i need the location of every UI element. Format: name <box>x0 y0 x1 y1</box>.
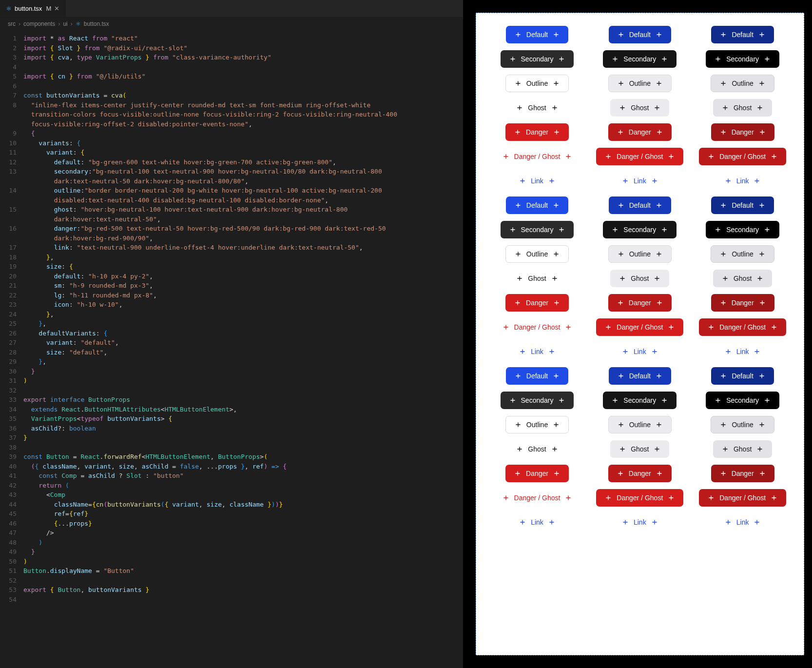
code-line[interactable]: dark:hover:bg-red-900/90", <box>0 234 463 243</box>
preview-button-ghost[interactable]: Ghost <box>507 99 566 117</box>
code-line[interactable]: 30 } <box>0 367 463 376</box>
code-line[interactable]: 48 ) <box>0 538 463 548</box>
code-line[interactable]: 2import { Slot } from "@radix-ui/react-s… <box>0 43 463 53</box>
breadcrumb-seg[interactable]: button.tsx <box>84 20 109 27</box>
code-line[interactable]: 18 }, <box>0 253 463 262</box>
code-line[interactable]: 45 ref={ref} <box>0 509 463 519</box>
preview-button-outline[interactable]: Outline <box>711 416 774 433</box>
preview-button-danger[interactable]: Danger <box>711 294 774 312</box>
preview-button-dangerghost[interactable]: Danger / Ghost <box>699 318 786 336</box>
code-line[interactable]: 7const buttonVariants = cva( <box>0 91 463 100</box>
code-line[interactable]: 27 variant: "default", <box>0 338 463 348</box>
code-line[interactable]: 43 <Comp <box>0 490 463 500</box>
code-line[interactable]: 9 { <box>0 129 463 138</box>
code-line[interactable]: 42 return ( <box>0 481 463 491</box>
code-line[interactable]: 23 icon: "h-10 w-10", <box>0 300 463 310</box>
code-line[interactable]: 26 defaultVariants: { <box>0 329 463 338</box>
code-line[interactable]: 13 secondary:"bg-neutral-100 text-neutra… <box>0 167 463 177</box>
code-line[interactable]: 46 {...props} <box>0 519 463 529</box>
code-line[interactable]: 10 variants: { <box>0 138 463 148</box>
code-line[interactable]: 20 default: "h-10 px-4 py-2", <box>0 272 463 281</box>
code-line[interactable]: 34 extends React.ButtonHTMLAttributes<HT… <box>0 405 463 414</box>
code-line[interactable]: 25 }, <box>0 319 463 329</box>
preview-button-danger[interactable]: Danger <box>505 294 569 312</box>
preview-button-dangerghost[interactable]: Danger / Ghost <box>699 489 786 507</box>
preview-button-ghost[interactable]: Ghost <box>713 99 772 117</box>
code-line[interactable]: transition-colors focus-visible:outline-… <box>0 110 463 119</box>
code-line[interactable]: focus-visible:ring-offset-2 disabled:poi… <box>0 119 463 129</box>
preview-button-outline[interactable]: Outline <box>711 245 774 263</box>
code-line[interactable]: 6 <box>0 81 463 91</box>
code-line[interactable]: 12 default: "bg-green-600 text-white hov… <box>0 157 463 167</box>
breadcrumb-seg[interactable]: ui <box>63 20 67 27</box>
preview-button-ghost[interactable]: Ghost <box>713 270 772 287</box>
code-line[interactable]: 5import { cn } from "@/lib/utils" <box>0 72 463 81</box>
preview-button-ghost[interactable]: Ghost <box>507 270 566 287</box>
code-line[interactable]: dark:hover:text-neutral-50", <box>0 215 463 224</box>
code-line[interactable]: 39const Button = React.forwardRef<HTMLBu… <box>0 452 463 462</box>
preview-button-default[interactable]: Default <box>711 196 773 214</box>
code-line[interactable]: 40 ({ className, variant, size, asChild … <box>0 462 463 472</box>
code-line[interactable]: 24 }, <box>0 310 463 319</box>
preview-button-default[interactable]: Default <box>506 26 568 43</box>
code-line[interactable]: 38 <box>0 443 463 452</box>
code-line[interactable]: 11 variant: { <box>0 148 463 157</box>
code-line[interactable]: 35 VariantProps<typeof buttonVariants> { <box>0 414 463 424</box>
breadcrumb-seg[interactable]: components <box>23 20 55 27</box>
preview-button-secondary[interactable]: Secondary <box>706 392 779 409</box>
code-line[interactable]: 14 outline:"border border-neutral-200 bg… <box>0 186 463 196</box>
preview-button-ghost[interactable]: Ghost <box>610 99 669 117</box>
code-line[interactable]: 36 asChild?: boolean <box>0 424 463 433</box>
preview-button-default[interactable]: Default <box>506 367 568 385</box>
code-line[interactable]: 37} <box>0 433 463 443</box>
preview-button-outline[interactable]: Outline <box>608 245 672 263</box>
preview-button-dangerghost[interactable]: Danger / Ghost <box>596 318 683 336</box>
preview-button-default[interactable]: Default <box>609 367 671 385</box>
preview-button-dangerghost[interactable]: Danger / Ghost <box>596 489 683 507</box>
code-line[interactable]: 33export interface ButtonProps <box>0 395 463 405</box>
code-line[interactable]: 8 "inline-flex items-center justify-cent… <box>0 100 463 110</box>
preview-button-dangerghost[interactable]: Danger / Ghost <box>699 148 786 165</box>
preview-button-default[interactable]: Default <box>609 26 671 43</box>
code-line[interactable]: dark:text-neutral-50 dark:hover:bg-neutr… <box>0 177 463 186</box>
preview-button-secondary[interactable]: Secondary <box>501 50 574 68</box>
preview-button-secondary[interactable]: Secondary <box>501 392 574 409</box>
preview-button-link[interactable]: Link <box>510 513 564 531</box>
close-icon[interactable]: ✕ <box>54 5 59 12</box>
preview-button-outline[interactable]: Outline <box>505 75 569 92</box>
preview-button-ghost[interactable]: Ghost <box>507 440 566 458</box>
code-line[interactable]: 3import { cva, type VariantProps } from … <box>0 53 463 62</box>
preview-button-dangerghost[interactable]: Danger / Ghost <box>494 148 581 165</box>
code-line[interactable]: 29 }, <box>0 357 463 367</box>
preview-button-link[interactable]: Link <box>716 513 770 531</box>
preview-button-dangerghost[interactable]: Danger / Ghost <box>494 318 581 336</box>
code-line[interactable]: 16 danger:"bg-red-500 text-neutral-50 ho… <box>0 224 463 234</box>
preview-button-danger[interactable]: Danger <box>608 123 672 141</box>
preview-button-outline[interactable]: Outline <box>505 416 569 433</box>
preview-button-link[interactable]: Link <box>716 172 770 190</box>
code-line[interactable]: 15 ghost: "hover:bg-neutral-100 hover:te… <box>0 205 463 215</box>
preview-button-default[interactable]: Default <box>506 196 568 214</box>
preview-button-link[interactable]: Link <box>716 343 770 360</box>
code-line[interactable]: 4 <box>0 62 463 72</box>
code-line[interactable]: 21 sm: "h-9 rounded-md px-3", <box>0 281 463 291</box>
code-line[interactable]: 1import * as React from "react" <box>0 34 463 43</box>
code-line[interactable]: 49 } <box>0 547 463 557</box>
code-line[interactable]: 47 /> <box>0 528 463 538</box>
preview-button-outline[interactable]: Outline <box>608 75 672 92</box>
editor-body[interactable]: 1import * as React from "react"2import {… <box>0 31 463 668</box>
preview-button-danger[interactable]: Danger <box>505 465 569 482</box>
code-line[interactable]: 54 <box>0 595 463 605</box>
preview-button-danger[interactable]: Danger <box>711 465 774 482</box>
preview-button-danger[interactable]: Danger <box>711 123 774 141</box>
preview-button-dangerghost[interactable]: Danger / Ghost <box>596 148 683 165</box>
preview-button-secondary[interactable]: Secondary <box>706 221 779 238</box>
code-line[interactable]: 31) <box>0 376 463 386</box>
preview-button-outline[interactable]: Outline <box>608 416 672 433</box>
preview-button-ghost[interactable]: Ghost <box>713 440 772 458</box>
preview-button-secondary[interactable]: Secondary <box>603 221 677 238</box>
code-line[interactable]: 50) <box>0 557 463 567</box>
code-line[interactable]: 22 lg: "h-11 rounded-md px-8", <box>0 291 463 300</box>
preview-button-secondary[interactable]: Secondary <box>706 50 779 68</box>
preview-button-default[interactable]: Default <box>711 367 773 385</box>
